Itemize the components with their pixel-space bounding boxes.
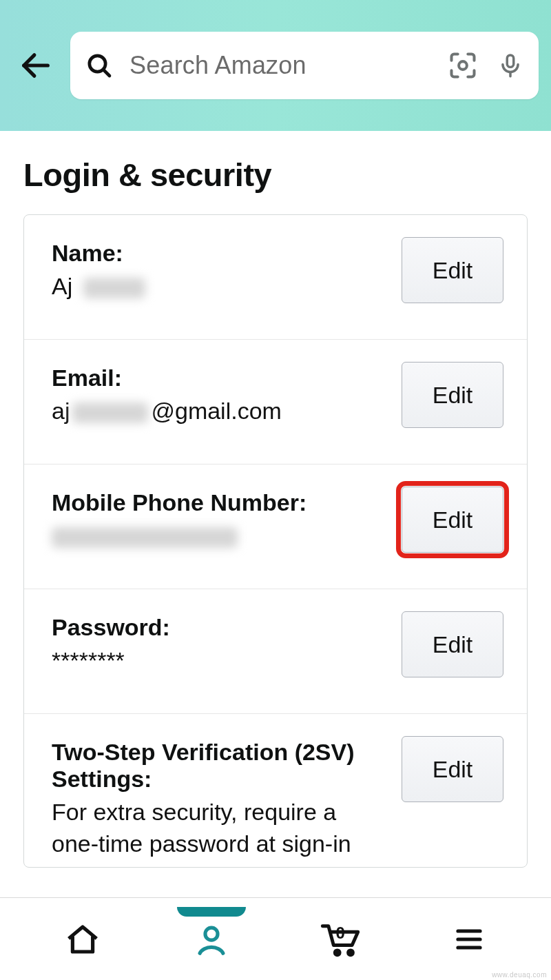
row-password-text: Password: ******** <box>52 611 385 677</box>
edit-email-button[interactable]: Edit <box>402 362 503 428</box>
edit-label: Edit <box>433 631 473 658</box>
edit-label: Edit <box>433 507 473 533</box>
redacted-text <box>52 527 238 548</box>
phone-value <box>52 520 385 552</box>
row-name-text: Name: Aj <box>52 237 385 303</box>
bottom-nav: 0 <box>0 897 551 980</box>
home-icon <box>64 921 101 958</box>
redacted-text <box>72 402 148 423</box>
edit-label: Edit <box>433 382 473 409</box>
nav-home[interactable] <box>59 915 107 963</box>
camera-scan-icon[interactable] <box>448 50 478 81</box>
app-header: Search Amazon <box>0 0 551 131</box>
search-icon <box>85 52 113 79</box>
screen: Search Amazon Login & security <box>0 0 551 980</box>
email-label: Email: <box>52 365 385 391</box>
cart-count: 0 <box>336 923 345 943</box>
back-button[interactable] <box>15 45 56 86</box>
row-twosv: Two-Step Verification (2SV) Settings: Fo… <box>24 714 527 867</box>
watermark: www.deuaq.com <box>492 971 547 979</box>
search-placeholder: Search Amazon <box>129 51 448 80</box>
twosv-value: For extra security, require a one-time p… <box>52 797 385 860</box>
user-icon <box>193 921 230 958</box>
edit-label: Edit <box>433 257 473 284</box>
row-phone: Mobile Phone Number: Edit <box>24 465 527 589</box>
password-label: Password: <box>52 614 385 641</box>
name-value-visible: Aj <box>52 273 72 299</box>
svg-point-3 <box>459 61 467 70</box>
svg-point-6 <box>205 928 218 940</box>
row-name: Name: Aj Edit <box>24 215 527 340</box>
svg-line-2 <box>103 70 110 76</box>
row-twosv-text: Two-Step Verification (2SV) Settings: Fo… <box>52 736 385 860</box>
row-phone-text: Mobile Phone Number: <box>52 487 385 552</box>
arrow-left-icon <box>18 48 54 83</box>
page-title: Login & security <box>0 131 551 214</box>
svg-rect-4 <box>507 55 514 67</box>
nav-menu[interactable] <box>445 915 493 963</box>
microphone-icon[interactable] <box>497 50 523 81</box>
name-value: Aj <box>52 271 385 303</box>
edit-phone-button[interactable]: Edit <box>402 487 503 553</box>
edit-password-button[interactable]: Edit <box>402 611 503 677</box>
svg-point-7 <box>335 950 340 955</box>
search-bar[interactable]: Search Amazon <box>70 32 539 99</box>
edit-twosv-button[interactable]: Edit <box>402 736 503 802</box>
nav-cart[interactable]: 0 <box>316 915 364 963</box>
redacted-text <box>83 278 145 298</box>
email-value: aj@gmail.com <box>52 396 385 427</box>
active-tab-indicator <box>177 907 246 917</box>
password-value: ******** <box>52 645 385 677</box>
svg-point-8 <box>348 950 353 955</box>
row-email: Email: aj@gmail.com Edit <box>24 340 527 465</box>
email-value-prefix: aj <box>52 398 70 424</box>
row-password: Password: ******** Edit <box>24 589 527 714</box>
row-email-text: Email: aj@gmail.com <box>52 362 385 427</box>
hamburger-menu-icon <box>453 923 486 956</box>
nav-account[interactable] <box>187 915 236 963</box>
email-value-suffix: @gmail.com <box>151 398 281 424</box>
phone-label: Mobile Phone Number: <box>52 489 385 516</box>
login-security-card: Name: Aj Edit Email: aj@gmail.com Edit <box>23 214 528 868</box>
name-label: Name: <box>52 240 385 267</box>
edit-name-button[interactable]: Edit <box>402 237 503 303</box>
twosv-label: Two-Step Verification (2SV) Settings: <box>52 739 385 793</box>
edit-label: Edit <box>433 756 473 783</box>
